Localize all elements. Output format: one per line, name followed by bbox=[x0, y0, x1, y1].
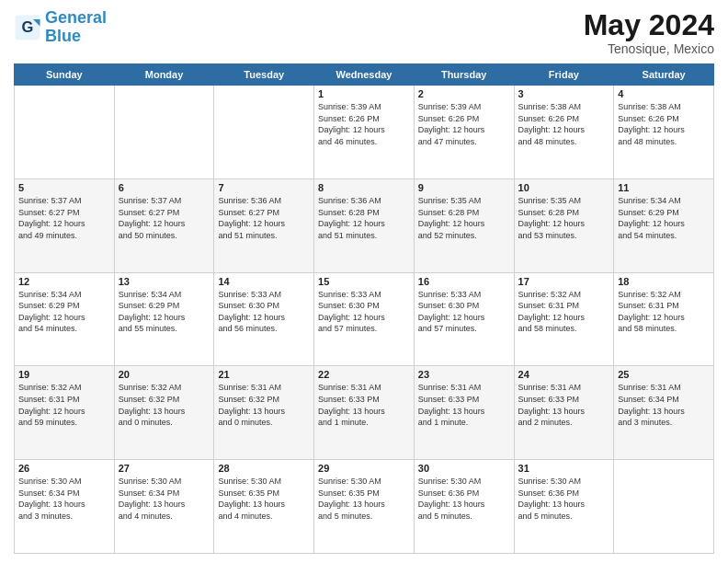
calendar-week-row: 5Sunrise: 5:37 AMSunset: 6:27 PMDaylight… bbox=[15, 178, 714, 272]
table-row: 24Sunrise: 5:31 AMSunset: 6:33 PMDayligh… bbox=[514, 366, 614, 460]
day-info: Sunrise: 5:32 AMSunset: 6:31 PMDaylight:… bbox=[618, 289, 710, 335]
day-info: Sunrise: 5:30 AMSunset: 6:36 PMDaylight:… bbox=[418, 476, 510, 522]
table-row: 8Sunrise: 5:36 AMSunset: 6:28 PMDaylight… bbox=[314, 178, 415, 272]
day-info: Sunrise: 5:34 AMSunset: 6:29 PMDaylight:… bbox=[119, 289, 210, 335]
table-row: 1Sunrise: 5:39 AMSunset: 6:26 PMDaylight… bbox=[314, 86, 415, 179]
table-row: 20Sunrise: 5:32 AMSunset: 6:32 PMDayligh… bbox=[114, 366, 214, 460]
table-row: 28Sunrise: 5:30 AMSunset: 6:35 PMDayligh… bbox=[214, 460, 314, 554]
table-row: 13Sunrise: 5:34 AMSunset: 6:29 PMDayligh… bbox=[114, 272, 214, 366]
day-info: Sunrise: 5:30 AMSunset: 6:34 PMDaylight:… bbox=[119, 476, 210, 522]
table-row: 27Sunrise: 5:30 AMSunset: 6:34 PMDayligh… bbox=[114, 460, 214, 554]
table-row bbox=[614, 460, 714, 554]
day-info: Sunrise: 5:35 AMSunset: 6:28 PMDaylight:… bbox=[518, 195, 610, 241]
day-info: Sunrise: 5:35 AMSunset: 6:28 PMDaylight:… bbox=[418, 195, 510, 241]
day-number: 29 bbox=[318, 463, 410, 474]
day-info: Sunrise: 5:34 AMSunset: 6:29 PMDaylight:… bbox=[618, 195, 710, 241]
day-number: 30 bbox=[418, 463, 510, 474]
day-info: Sunrise: 5:36 AMSunset: 6:28 PMDaylight:… bbox=[318, 195, 410, 241]
day-info: Sunrise: 5:30 AMSunset: 6:34 PMDaylight:… bbox=[18, 476, 110, 522]
day-info: Sunrise: 5:31 AMSunset: 6:32 PMDaylight:… bbox=[218, 382, 310, 428]
calendar-week-row: 12Sunrise: 5:34 AMSunset: 6:29 PMDayligh… bbox=[15, 272, 714, 366]
month-title: May 2024 bbox=[584, 9, 714, 41]
day-number: 10 bbox=[518, 182, 610, 193]
table-row: 11Sunrise: 5:34 AMSunset: 6:29 PMDayligh… bbox=[614, 178, 714, 272]
col-wednesday: Wednesday bbox=[314, 64, 415, 86]
day-info: Sunrise: 5:30 AMSunset: 6:35 PMDaylight:… bbox=[318, 476, 410, 522]
col-saturday: Saturday bbox=[614, 64, 714, 86]
day-number: 27 bbox=[119, 463, 210, 474]
day-number: 23 bbox=[418, 369, 510, 380]
day-number: 21 bbox=[218, 369, 310, 380]
day-info: Sunrise: 5:38 AMSunset: 6:26 PMDaylight:… bbox=[518, 101, 610, 147]
svg-text:G: G bbox=[22, 17, 34, 34]
table-row: 29Sunrise: 5:30 AMSunset: 6:35 PMDayligh… bbox=[314, 460, 415, 554]
subtitle: Tenosique, Mexico bbox=[584, 41, 714, 56]
table-row bbox=[214, 86, 314, 179]
day-number: 17 bbox=[518, 276, 610, 287]
day-number: 28 bbox=[218, 463, 310, 474]
table-row: 6Sunrise: 5:37 AMSunset: 6:27 PMDaylight… bbox=[114, 178, 214, 272]
day-info: Sunrise: 5:30 AMSunset: 6:35 PMDaylight:… bbox=[218, 476, 310, 522]
day-info: Sunrise: 5:33 AMSunset: 6:30 PMDaylight:… bbox=[418, 289, 510, 335]
day-info: Sunrise: 5:31 AMSunset: 6:33 PMDaylight:… bbox=[318, 382, 410, 428]
table-row: 4Sunrise: 5:38 AMSunset: 6:26 PMDaylight… bbox=[614, 86, 714, 179]
day-number: 9 bbox=[418, 182, 510, 193]
day-info: Sunrise: 5:33 AMSunset: 6:30 PMDaylight:… bbox=[218, 289, 310, 335]
table-row: 3Sunrise: 5:38 AMSunset: 6:26 PMDaylight… bbox=[514, 86, 614, 179]
table-row: 14Sunrise: 5:33 AMSunset: 6:30 PMDayligh… bbox=[214, 272, 314, 366]
calendar-week-row: 19Sunrise: 5:32 AMSunset: 6:31 PMDayligh… bbox=[15, 366, 714, 460]
day-info: Sunrise: 5:31 AMSunset: 6:34 PMDaylight:… bbox=[618, 382, 710, 428]
table-row: 2Sunrise: 5:39 AMSunset: 6:26 PMDaylight… bbox=[414, 86, 514, 179]
day-info: Sunrise: 5:32 AMSunset: 6:31 PMDaylight:… bbox=[518, 289, 610, 335]
table-row: 31Sunrise: 5:30 AMSunset: 6:36 PMDayligh… bbox=[514, 460, 614, 554]
table-row: 21Sunrise: 5:31 AMSunset: 6:32 PMDayligh… bbox=[214, 366, 314, 460]
col-tuesday: Tuesday bbox=[214, 64, 314, 86]
table-row: 12Sunrise: 5:34 AMSunset: 6:29 PMDayligh… bbox=[15, 272, 115, 366]
day-info: Sunrise: 5:37 AMSunset: 6:27 PMDaylight:… bbox=[18, 195, 110, 241]
table-row bbox=[15, 86, 115, 179]
table-row: 5Sunrise: 5:37 AMSunset: 6:27 PMDaylight… bbox=[15, 178, 115, 272]
calendar-week-row: 1Sunrise: 5:39 AMSunset: 6:26 PMDaylight… bbox=[15, 86, 714, 179]
day-number: 13 bbox=[119, 276, 210, 287]
day-info: Sunrise: 5:30 AMSunset: 6:36 PMDaylight:… bbox=[518, 476, 610, 522]
day-number: 11 bbox=[618, 182, 710, 193]
day-number: 1 bbox=[318, 88, 410, 99]
day-info: Sunrise: 5:37 AMSunset: 6:27 PMDaylight:… bbox=[119, 195, 210, 241]
table-row: 16Sunrise: 5:33 AMSunset: 6:30 PMDayligh… bbox=[414, 272, 514, 366]
table-row: 10Sunrise: 5:35 AMSunset: 6:28 PMDayligh… bbox=[514, 178, 614, 272]
day-number: 7 bbox=[218, 182, 310, 193]
table-row: 23Sunrise: 5:31 AMSunset: 6:33 PMDayligh… bbox=[414, 366, 514, 460]
table-row: 15Sunrise: 5:33 AMSunset: 6:30 PMDayligh… bbox=[314, 272, 415, 366]
logo-line2: Blue bbox=[45, 27, 81, 45]
title-block: May 2024 Tenosique, Mexico bbox=[584, 9, 714, 56]
day-info: Sunrise: 5:38 AMSunset: 6:26 PMDaylight:… bbox=[618, 101, 710, 147]
table-row: 25Sunrise: 5:31 AMSunset: 6:34 PMDayligh… bbox=[614, 366, 714, 460]
day-number: 20 bbox=[119, 369, 210, 380]
day-number: 3 bbox=[518, 88, 610, 99]
day-number: 12 bbox=[18, 276, 110, 287]
calendar-table: Sunday Monday Tuesday Wednesday Thursday… bbox=[14, 63, 714, 554]
day-number: 22 bbox=[318, 369, 410, 380]
day-number: 16 bbox=[418, 276, 510, 287]
table-row: 22Sunrise: 5:31 AMSunset: 6:33 PMDayligh… bbox=[314, 366, 415, 460]
day-number: 15 bbox=[318, 276, 410, 287]
day-number: 5 bbox=[18, 182, 110, 193]
day-number: 18 bbox=[618, 276, 710, 287]
day-number: 24 bbox=[518, 369, 610, 380]
calendar-header-row: Sunday Monday Tuesday Wednesday Thursday… bbox=[15, 64, 714, 86]
col-thursday: Thursday bbox=[414, 64, 514, 86]
calendar-week-row: 26Sunrise: 5:30 AMSunset: 6:34 PMDayligh… bbox=[15, 460, 714, 554]
logo: G General Blue bbox=[14, 9, 107, 46]
day-number: 26 bbox=[18, 463, 110, 474]
logo-icon: G bbox=[14, 14, 41, 41]
col-friday: Friday bbox=[514, 64, 614, 86]
day-info: Sunrise: 5:39 AMSunset: 6:26 PMDaylight:… bbox=[318, 101, 410, 147]
col-sunday: Sunday bbox=[15, 64, 115, 86]
page: G General Blue May 2024 Tenosique, Mexic… bbox=[0, 0, 728, 563]
day-info: Sunrise: 5:31 AMSunset: 6:33 PMDaylight:… bbox=[518, 382, 610, 428]
day-info: Sunrise: 5:32 AMSunset: 6:32 PMDaylight:… bbox=[119, 382, 210, 428]
table-row bbox=[114, 86, 214, 179]
table-row: 19Sunrise: 5:32 AMSunset: 6:31 PMDayligh… bbox=[15, 366, 115, 460]
day-info: Sunrise: 5:31 AMSunset: 6:33 PMDaylight:… bbox=[418, 382, 510, 428]
day-number: 6 bbox=[119, 182, 210, 193]
